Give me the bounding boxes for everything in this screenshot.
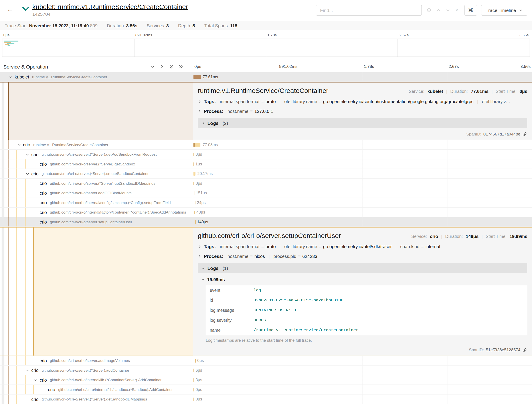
deep-link-icon[interactable] — [522, 348, 527, 352]
deep-link-icon[interactable] — [522, 132, 527, 136]
tick-label: 2.67s — [449, 64, 459, 69]
span-row[interactable]: criogithub.com/cri-o/cri-o/server.(*Serv… — [0, 394, 532, 404]
find-input[interactable] — [316, 5, 422, 16]
span-bar[interactable] — [193, 143, 201, 147]
log-timestamp-toggle[interactable]: 19.99ms — [201, 277, 527, 282]
span-row[interactable]: criogithub.com/cri-o/cri-o/internal/lib/… — [0, 385, 532, 395]
process-list: host.name=nixos|process.pid=624283 — [228, 254, 317, 259]
span-bar[interactable] — [194, 378, 194, 382]
keyboard-shortcuts-button[interactable]: ⌘ — [464, 5, 477, 16]
start-time-value: 0μs — [519, 89, 527, 94]
operation-name: github.com/cri-o/cri-o/internal/lib.(*Co… — [50, 378, 162, 382]
collapse-all-icon[interactable] — [169, 64, 173, 69]
span-bar[interactable] — [194, 398, 194, 401]
tags-accordion[interactable]: Tags: internal.span.format=proto|otel.li… — [198, 99, 527, 104]
span-collapse-icon[interactable] — [33, 375, 39, 385]
indent-guide — [8, 188, 16, 197]
trace-meta-bar: Trace StartNovember 15 2022, 11:19:40.80… — [0, 21, 532, 30]
clear-search-icon[interactable]: × — [455, 8, 458, 13]
span-detail-panel-kubelet: runtime.v1.RuntimeService/CreateContaine… — [0, 82, 532, 140]
span-row[interactable]: criogithub.com/cri-o/cri-o/server.(*Serv… — [0, 179, 532, 189]
tag-item: span.kind=internal — [400, 244, 440, 249]
service-name: crio — [40, 377, 47, 383]
trace-collapse-chevron-icon[interactable] — [22, 7, 29, 13]
span-row[interactable]: criogithub.com/cri-o/cri-o/server.addOCI… — [0, 188, 532, 198]
header-toolbar: × ⌘ Trace Timeline — [316, 3, 527, 16]
span-bar[interactable] — [194, 388, 194, 392]
span-row[interactable]: criogithub.com/cri-o/cri-o/server.(*Serv… — [0, 150, 532, 159]
span-rows: kubeletruntime.v1.RuntimeService/CreateC… — [0, 72, 532, 404]
span-collapse-icon[interactable] — [16, 140, 22, 150]
collapse-one-icon[interactable] — [151, 64, 155, 69]
service-name: crio — [40, 191, 47, 195]
indent-guide — [33, 385, 42, 394]
span-duration-label: 0μs — [196, 394, 202, 404]
prev-match-icon[interactable] — [437, 8, 441, 13]
expand-one-icon[interactable] — [160, 64, 164, 69]
service-label: Service: — [411, 234, 427, 239]
locate-icon[interactable] — [427, 8, 432, 13]
log-field-key: event — [206, 285, 250, 295]
span-row[interactable]: criogithub.com/cri-o/cri-o/internal/fact… — [0, 208, 532, 217]
span-collapse-icon[interactable] — [25, 150, 31, 159]
span-bar[interactable] — [193, 153, 194, 157]
span-overview: Service: crio | Duration: 149μs | Start … — [411, 234, 527, 239]
minimap-canvas[interactable] — [2, 39, 530, 57]
indent-guide — [25, 188, 33, 197]
span-bar[interactable] — [195, 220, 196, 224]
minimap-span-bar — [4, 41, 18, 42]
span-chevron-spacer — [33, 188, 39, 197]
service-value: crio — [430, 234, 438, 239]
span-row[interactable]: criogithub.com/cri-o/cri-o/server.addIma… — [0, 356, 532, 366]
span-chevron-spacer — [33, 179, 39, 188]
indent-guide — [8, 366, 16, 375]
span-row[interactable]: crioruntime.v1.RuntimeService/CreateCont… — [0, 140, 532, 150]
span-row[interactable]: criogithub.com/cri-o/cri-o/server.setupC… — [0, 217, 532, 227]
span-bar[interactable] — [193, 162, 194, 166]
span-bar[interactable] — [194, 172, 196, 176]
span-id-row: SpanID: 0174567d17a0448e — [198, 128, 527, 138]
log-field-key: log.message — [206, 305, 250, 315]
span-row[interactable]: criogithub.com/cri-o/cri-o/server.(*Serv… — [0, 366, 532, 375]
operation-name: runtime.v1.RuntimeService/CreateContaine… — [33, 143, 108, 147]
operation-name: github.com/cri-o/cri-o/server.(*Server).… — [42, 368, 129, 372]
duration-value: 149μs — [466, 234, 479, 239]
back-button[interactable]: ← — [3, 3, 17, 15]
indent-guide — [25, 385, 33, 394]
tag-item: internal.span.format=proto — [220, 99, 276, 104]
next-match-icon[interactable] — [446, 8, 450, 13]
tags-accordion[interactable]: Tags: internal.span.format=proto|otel.li… — [198, 244, 527, 249]
indent-guide — [16, 375, 25, 385]
span-collapse-icon[interactable] — [25, 169, 31, 178]
span-collapse-icon[interactable] — [25, 366, 31, 375]
span-row[interactable]: criogithub.com/cri-o/cri-o/server.(*Serv… — [0, 169, 532, 179]
span-bar[interactable] — [194, 369, 194, 372]
span-row[interactable]: criogithub.com/cri-o/cri-o/internal/conf… — [0, 198, 532, 208]
span-row[interactable]: criogithub.com/cri-o/cri-o/internal/lib.… — [0, 375, 532, 385]
tick-label: 1.78s — [267, 33, 277, 37]
trace-view-selector[interactable]: Trace Timeline — [481, 5, 527, 16]
tree-spacer — [0, 82, 8, 140]
span-bar[interactable] — [194, 191, 194, 195]
tag-item: host.name=nixos — [228, 254, 265, 259]
span-row[interactable]: kubeletruntime.v1.RuntimeService/CreateC… — [0, 72, 532, 82]
tree-spacer — [0, 227, 8, 356]
span-duration-label: 24μs — [197, 198, 205, 207]
trace-title-link[interactable]: kubelet: runtime.v1.RuntimeService/Creat… — [32, 3, 188, 11]
span-bar[interactable] — [194, 211, 195, 214]
span-bar[interactable] — [193, 75, 201, 79]
log-field-row: log.messageCONTAINER USER: 0 — [206, 305, 527, 315]
span-bar[interactable] — [194, 182, 194, 185]
span-bar[interactable] — [195, 359, 196, 363]
operation-name: github.com/cri-o/cri-o/internal/lib/sand… — [58, 388, 173, 392]
process-accordion[interactable]: Process: host.name=nixos|process.pid=624… — [198, 254, 527, 259]
process-accordion[interactable]: Process: host.name=127.0.0.1 — [198, 108, 527, 114]
trace-meta-item: Trace StartNovember 15 2022, 11:19:40.80… — [5, 23, 97, 28]
span-duration-label: 20.17ms — [197, 169, 213, 178]
expand-all-icon[interactable] — [178, 64, 184, 69]
span-bar[interactable] — [195, 201, 196, 205]
span-collapse-icon[interactable] — [8, 72, 14, 82]
logs-accordion[interactable]: Logs (2) — [198, 118, 527, 128]
span-row[interactable]: criogithub.com/cri-o/cri-o/server.(*Serv… — [0, 159, 532, 169]
logs-accordion[interactable]: Logs (1) — [198, 263, 527, 273]
